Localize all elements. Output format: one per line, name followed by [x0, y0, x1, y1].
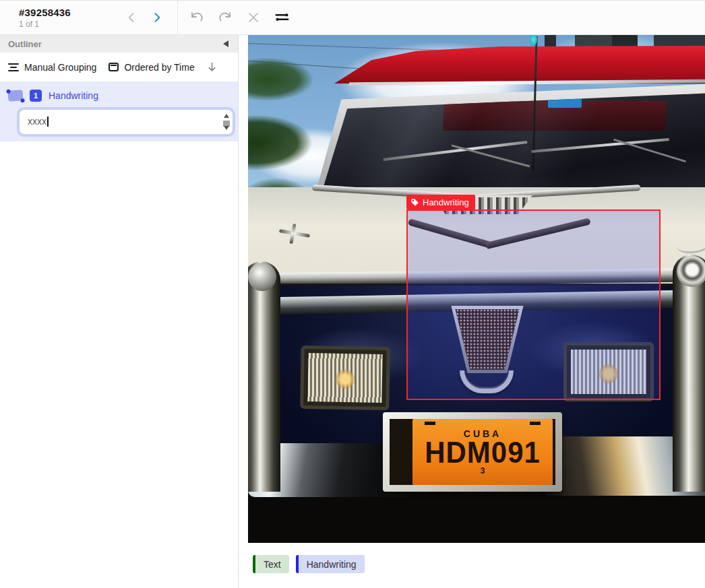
region-text-value: xxxx — [28, 116, 47, 127]
collapse-left-icon — [223, 40, 228, 47]
bumper-guard-right — [673, 255, 705, 492]
region-text-input-wrap: xxxx — [19, 109, 233, 135]
scroll-up-icon[interactable] — [224, 114, 229, 118]
region-text-input[interactable]: xxxx — [19, 109, 233, 135]
region-tag-label: Handwriting — [423, 197, 469, 207]
label-buttons: Text Handwriting — [253, 555, 705, 573]
region-index-badge: 1 — [30, 90, 42, 102]
license-plate-frame: CUBA HDM091 3 — [383, 412, 562, 492]
outliner-title: Outliner — [8, 39, 42, 49]
task-info: #39258436 1 of 1 — [19, 7, 103, 29]
bounding-box-icon — [7, 90, 23, 101]
task-count: 1 of 1 — [19, 20, 103, 29]
text-caret — [47, 117, 49, 127]
region-tag: Handwriting — [406, 195, 475, 209]
grouping-label: Manual Grouping — [24, 62, 96, 73]
chevron-right-icon — [150, 11, 164, 24]
settings-button[interactable] — [274, 9, 290, 26]
region-label: Handwriting — [49, 90, 98, 101]
outliner-empty-area — [0, 141, 238, 588]
label-button-handwriting[interactable]: Handwriting — [296, 555, 365, 573]
license-plate: CUBA HDM091 3 — [412, 419, 553, 485]
sliders-icon — [274, 9, 290, 26]
outliner-controls: Manual Grouping Ordered by Time — [0, 53, 238, 82]
region-list-item[interactable]: 1 Handwriting — [0, 84, 238, 107]
undo-button[interactable] — [189, 9, 205, 26]
region-bounding-box[interactable]: Handwriting — [406, 209, 661, 400]
reset-button[interactable] — [245, 9, 262, 26]
prev-task-button[interactable] — [123, 9, 140, 26]
redo-icon — [218, 10, 233, 25]
grouping-mode-button[interactable]: Manual Grouping — [8, 62, 96, 73]
task-navigation — [123, 9, 165, 26]
label-button-text[interactable]: Text — [253, 555, 289, 573]
task-id: #39258436 — [19, 7, 103, 18]
ordering-mode-button[interactable]: Ordered by Time — [109, 62, 194, 73]
grouping-icon — [8, 63, 19, 71]
plate-number: HDM091 — [425, 438, 541, 467]
redo-button[interactable] — [217, 9, 233, 26]
chevron-left-icon — [125, 11, 138, 24]
sort-direction-button[interactable] — [204, 59, 220, 75]
card-icon — [109, 63, 119, 71]
toolbar-divider — [177, 0, 178, 35]
collapse-panel-button[interactable] — [220, 38, 231, 49]
guard-cap-right — [677, 256, 705, 287]
task-image[interactable]: 12 — [248, 35, 705, 543]
next-task-button[interactable] — [149, 9, 165, 26]
outliner-header: Outliner — [0, 35, 238, 53]
textarea-scrollbar[interactable] — [222, 112, 231, 132]
annotation-tools — [189, 9, 290, 26]
top-toolbar: #39258436 1 of 1 — [0, 0, 705, 35]
arrow-down-icon — [206, 61, 218, 73]
scroll-down-icon[interactable] — [224, 126, 229, 130]
close-icon — [247, 11, 260, 24]
interior-visor — [443, 101, 667, 131]
outliner-panel: Outliner Manual Grouping Ordered by Time — [0, 35, 239, 588]
tag-icon — [410, 198, 419, 207]
fog-light-left — [300, 346, 390, 410]
guard-cap-left — [248, 263, 276, 291]
region-list: 1 Handwriting xxxx — [0, 82, 238, 141]
undo-icon — [189, 10, 204, 25]
annotation-workspace: 12 — [239, 35, 705, 588]
bumper-guard-left — [248, 261, 280, 492]
ordering-label: Ordered by Time — [124, 62, 194, 73]
